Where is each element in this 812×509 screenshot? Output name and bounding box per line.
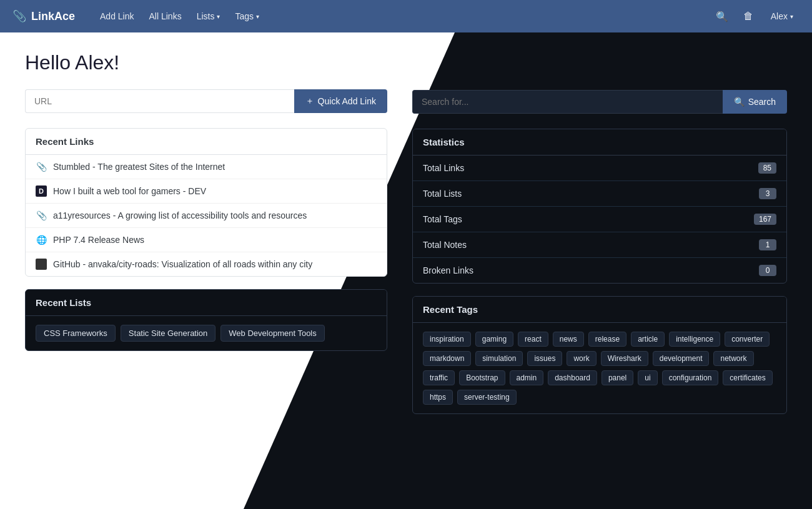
nav-right: 🔍 🗑 Alex ▾	[712, 7, 800, 26]
statistics-card: Statistics Total Links 85 Total Lists 3 …	[412, 129, 787, 284]
recent-tags-header: Recent Tags	[413, 297, 786, 323]
tag-chip[interactable]: news	[553, 332, 584, 347]
recent-lists-card: Recent Lists CSS Frameworks Static Site …	[25, 289, 387, 351]
tag-chip[interactable]: dashboard	[548, 370, 597, 385]
tag-chip[interactable]: certificates	[723, 370, 772, 385]
quick-add-form: ＋ Quick Add Link	[25, 89, 387, 113]
link-item[interactable]: 🌐 PHP 7.4 Release News	[26, 228, 387, 252]
content-grid: Hello Alex! ＋ Quick Add Link Recent Link…	[0, 32, 812, 445]
tag-chip[interactable]: gaming	[475, 332, 513, 347]
tag-chip[interactable]: intelligence	[669, 332, 720, 347]
user-chevron-icon: ▾	[790, 13, 793, 20]
brand-name: LinkAce	[31, 10, 75, 23]
tag-chip[interactable]: Bootstrap	[459, 370, 505, 385]
link-text-2: a11yresources - A growing list of access…	[53, 210, 307, 220]
link-favicon-4	[36, 259, 47, 270]
tag-chip[interactable]: https	[423, 390, 453, 405]
tag-chip[interactable]: converter	[725, 332, 770, 347]
stat-label-lists: Total Lists	[423, 189, 462, 199]
user-label: Alex	[771, 11, 788, 21]
link-text-1: How I built a web tool for gamers - DEV	[53, 186, 206, 196]
user-menu[interactable]: Alex ▾	[765, 7, 800, 25]
search-btn-icon: 🔍	[734, 97, 745, 107]
tag-chip[interactable]: markdown	[423, 351, 471, 366]
tags-chevron-icon: ▾	[256, 13, 259, 20]
search-icon-button[interactable]: 🔍	[712, 7, 732, 26]
list-item-0[interactable]: CSS Frameworks	[36, 325, 116, 342]
statistics-header: Statistics	[413, 129, 786, 156]
stat-row-lists: Total Lists 3	[413, 181, 786, 207]
plus-icon: ＋	[305, 96, 314, 107]
list-item-2[interactable]: Web Development Tools	[220, 325, 324, 342]
recent-links-header: Recent Links	[26, 129, 387, 155]
recent-links-card: Recent Links 📎 Stumbled - The greatest S…	[25, 128, 387, 277]
stat-label-tags: Total Tags	[423, 214, 462, 224]
link-favicon-2: 📎	[36, 210, 47, 221]
nav-lists[interactable]: Lists ▾	[191, 7, 227, 25]
navbar: 📎 LinkAce Add Link All Links Lists ▾ Tag…	[0, 0, 812, 32]
link-text-3: PHP 7.4 Release News	[53, 235, 144, 245]
right-column: 🔍 Search Statistics Total Links 85 Total…	[406, 51, 787, 427]
stat-row-broken: Broken Links 0	[413, 258, 786, 283]
nav-tags[interactable]: Tags ▾	[229, 7, 265, 25]
search-form: 🔍 Search	[412, 90, 787, 114]
tag-chip[interactable]: traffic	[423, 370, 455, 385]
link-favicon-1: D	[36, 185, 47, 197]
greeting-spacer	[412, 51, 787, 75]
stat-value-links: 85	[758, 162, 776, 174]
tag-chip[interactable]: server-testing	[457, 390, 517, 405]
stat-value-tags: 167	[754, 214, 776, 225]
recent-lists-header: Recent Lists	[26, 290, 387, 316]
nav-all-links[interactable]: All Links	[143, 7, 188, 25]
nav-links: Add Link All Links Lists ▾ Tags ▾	[94, 7, 712, 25]
link-text-4: GitHub - anvaka/city-roads: Visualizatio…	[53, 259, 312, 269]
stat-value-notes: 1	[759, 239, 776, 250]
url-input[interactable]	[25, 89, 294, 113]
lists-chevron-icon: ▾	[217, 13, 220, 20]
trash-icon-button[interactable]: 🗑	[740, 7, 757, 26]
tags-content: inspirationgamingreactnewsreleasearticle…	[413, 323, 786, 413]
tag-chip[interactable]: panel	[602, 370, 633, 385]
recent-tags-card: Recent Tags inspirationgamingreactnewsre…	[412, 296, 787, 414]
tag-chip[interactable]: admin	[510, 370, 544, 385]
link-text-0: Stumbled - The greatest Sites of the Int…	[53, 162, 225, 172]
tag-chip[interactable]: inspiration	[423, 332, 471, 347]
search-input[interactable]	[412, 90, 723, 114]
link-item[interactable]: 📎 a11yresources - A growing list of acce…	[26, 204, 387, 228]
stat-value-lists: 3	[759, 188, 776, 199]
quick-add-button[interactable]: ＋ Quick Add Link	[294, 89, 387, 113]
tag-chip[interactable]: react	[518, 332, 548, 347]
brand-logo[interactable]: 📎 LinkAce	[12, 9, 75, 23]
stat-value-broken: 0	[759, 265, 776, 276]
stat-row-notes: Total Notes 1	[413, 232, 786, 258]
link-item[interactable]: GitHub - anvaka/city-roads: Visualizatio…	[26, 252, 387, 276]
stat-label-links: Total Links	[423, 163, 464, 173]
tag-chip[interactable]: ui	[638, 370, 657, 385]
left-column: Hello Alex! ＋ Quick Add Link Recent Link…	[25, 51, 406, 427]
link-item[interactable]: D How I built a web tool for gamers - DE…	[26, 179, 387, 204]
tag-chip[interactable]: issues	[527, 351, 562, 366]
stat-label-broken: Broken Links	[423, 265, 473, 275]
page-wrapper: Hello Alex! ＋ Quick Add Link Recent Link…	[0, 32, 812, 509]
list-item-1[interactable]: Static Site Generation	[121, 325, 215, 342]
stat-row-links: Total Links 85	[413, 156, 786, 181]
link-favicon-3: 🌐	[36, 234, 47, 245]
tag-chip[interactable]: release	[588, 332, 626, 347]
tag-chip[interactable]: network	[713, 351, 753, 366]
page-title: Hello Alex!	[25, 51, 387, 74]
stat-row-tags: Total Tags 167	[413, 207, 786, 232]
logo-icon: 📎	[12, 9, 26, 23]
nav-add-link[interactable]: Add Link	[94, 7, 140, 25]
tag-chip[interactable]: work	[567, 351, 596, 366]
tag-chip[interactable]: development	[653, 351, 710, 366]
link-item[interactable]: 📎 Stumbled - The greatest Sites of the I…	[26, 155, 387, 179]
stat-label-notes: Total Notes	[423, 240, 467, 250]
search-button[interactable]: 🔍 Search	[723, 90, 787, 114]
tag-chip[interactable]: configuration	[662, 370, 719, 385]
tag-chip[interactable]: Wireshark	[601, 351, 648, 366]
lists-content: CSS Frameworks Static Site Generation We…	[26, 316, 387, 350]
tag-chip[interactable]: simulation	[475, 351, 523, 366]
link-favicon-0: 📎	[36, 161, 47, 172]
tag-chip[interactable]: article	[631, 332, 665, 347]
